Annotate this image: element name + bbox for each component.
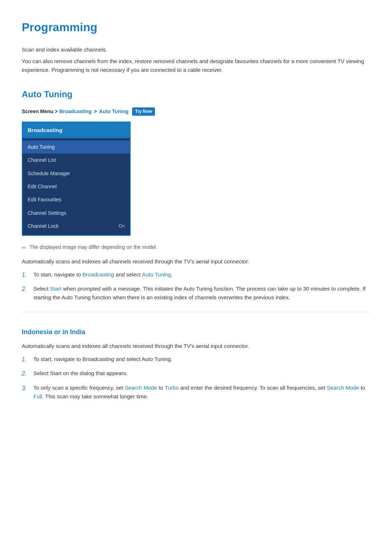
- india-step-text-1: To start, navigate to Broadcasting and s…: [33, 355, 172, 364]
- menu-item-auto-tuning[interactable]: Auto Tuning: [23, 140, 130, 153]
- link-search-mode-2[interactable]: Search Mode: [327, 385, 359, 391]
- breadcrumb-link-autotuning[interactable]: Auto Tuning: [99, 107, 128, 115]
- page-title: Programming: [22, 18, 370, 37]
- menu-item-edit-channel[interactable]: Edit Channel: [23, 180, 130, 193]
- menu-item-label: Channel Lock: [28, 222, 59, 230]
- india-step-number-2: 2.: [22, 369, 29, 378]
- india-step-number-1: 1.: [22, 355, 29, 364]
- menu-item-label: Auto Tuning: [28, 143, 55, 151]
- india-step-1: 1. To start, navigate to Broadcasting an…: [22, 355, 370, 364]
- step-number-2: 2.: [22, 284, 29, 294]
- india-steps: 1. To start, navigate to Broadcasting an…: [22, 355, 370, 401]
- india-step-2: 2. Select Start on the dialog that appea…: [22, 369, 370, 378]
- breadcrumb-prefix: Screen Menu >: [22, 107, 58, 115]
- menu-item-channel-list[interactable]: Channel List: [23, 153, 130, 167]
- breadcrumb-separator: >: [94, 107, 97, 115]
- note-row: ✏ The displayed image may differ dependi…: [22, 243, 370, 252]
- menu-box: Broadcasting Auto Tuning Channel List Sc…: [22, 122, 131, 236]
- india-step-number-3: 3.: [22, 383, 29, 393]
- auto-tuning-steps: 1. To start, navigate to Broadcasting an…: [22, 270, 370, 302]
- india-body-text: Automatically scans and indexes all chan…: [22, 342, 370, 350]
- auto-tuning-title: Auto Tuning: [22, 87, 370, 101]
- auto-tuning-body: Automatically scans and indexes all chan…: [22, 257, 370, 266]
- breadcrumb-link-broadcasting[interactable]: Broadcasting: [59, 107, 91, 115]
- menu-item-channel-settings[interactable]: Channel Settings: [23, 206, 130, 219]
- step-2: 2. Select Start when prompted with a mes…: [22, 284, 370, 302]
- menu-item-edit-favourites[interactable]: Edit Favourites: [23, 193, 130, 206]
- india-step-text-2: Select Start on the dialog that appears.: [33, 369, 127, 378]
- menu-item-label: Edit Channel: [28, 182, 57, 190]
- menu-item-label: Edit Favourites: [28, 196, 61, 204]
- intro-line-1: Scan and index available channels.: [22, 45, 370, 54]
- step-text-1: To start, navigate to Broadcasting and s…: [33, 270, 173, 279]
- step-1: 1. To start, navigate to Broadcasting an…: [22, 270, 370, 280]
- menu-item-channel-lock[interactable]: Channel Lock On: [23, 219, 130, 233]
- link-turbo[interactable]: Turbo: [165, 385, 179, 391]
- intro-line-2: You can also remove channels from the in…: [22, 57, 370, 74]
- menu-item-label: Channel List: [28, 156, 56, 164]
- menu-item-schedule-manager[interactable]: Schedule Manager: [23, 167, 130, 180]
- menu-items-list: Auto Tuning Channel List Schedule Manage…: [23, 138, 130, 235]
- breadcrumb: Screen Menu > Broadcasting > Auto Tuning…: [22, 107, 370, 116]
- try-now-badge[interactable]: Try Now: [132, 107, 155, 116]
- link-auto-tuning[interactable]: Auto Tuning: [142, 271, 171, 278]
- link-start[interactable]: Start: [50, 286, 62, 292]
- link-full[interactable]: Full: [33, 393, 42, 399]
- step-number-1: 1.: [22, 270, 29, 280]
- menu-item-value-channel-lock: On: [119, 222, 125, 230]
- india-step-text-3: To only scan a specific frequency, set S…: [33, 383, 370, 401]
- step-text-2: Select Start when prompted with a messag…: [33, 284, 370, 302]
- link-broadcasting[interactable]: Broadcasting: [82, 271, 114, 278]
- link-search-mode-1[interactable]: Search Mode: [125, 385, 157, 391]
- menu-item-label: Channel Settings: [28, 209, 66, 217]
- menu-header: Broadcasting: [23, 122, 130, 138]
- india-step-3: 3. To only scan a specific frequency, se…: [22, 383, 370, 401]
- pencil-icon: ✏: [22, 243, 26, 252]
- india-section-title: Indonesia or in India: [22, 327, 370, 337]
- note-text: The displayed image may differ depending…: [29, 243, 157, 251]
- menu-item-label: Schedule Manager: [28, 169, 70, 177]
- section-divider: [22, 312, 370, 312]
